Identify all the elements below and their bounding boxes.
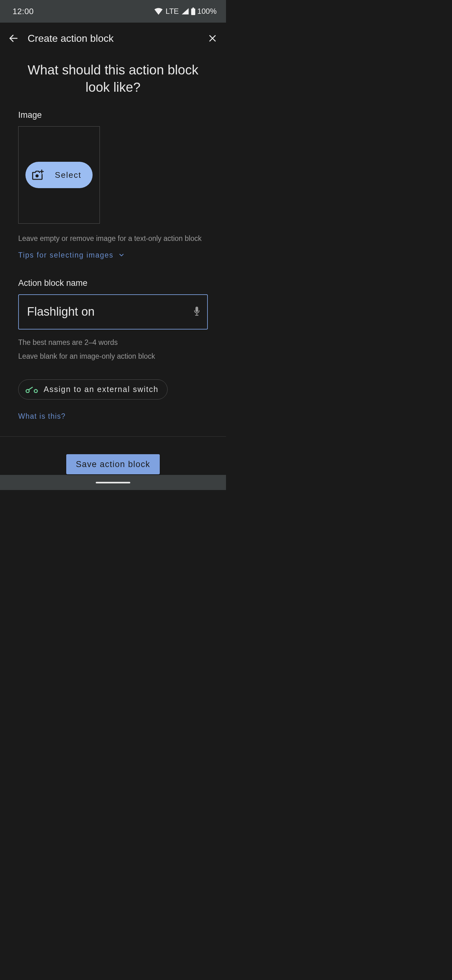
svg-rect-0: [191, 8, 195, 15]
select-image-label: Select: [55, 170, 81, 180]
select-image-button[interactable]: Select: [25, 162, 93, 188]
name-label: Action block name: [18, 278, 208, 288]
page-heading: What should this action block look like?: [18, 62, 208, 96]
battery-percent: 100%: [197, 7, 217, 16]
image-label: Image: [18, 110, 208, 120]
close-button[interactable]: [205, 30, 220, 46]
action-block-name-input[interactable]: [18, 294, 208, 329]
appbar-title: Create action block: [28, 33, 205, 44]
name-hint-1: The best names are 2–4 words: [18, 337, 208, 348]
status-bar: 12:00 LTE 100%: [0, 0, 226, 22]
image-preview-box: Select: [18, 126, 100, 224]
tips-link-label: Tips for selecting images: [18, 251, 114, 259]
mic-button[interactable]: [193, 306, 201, 318]
back-button[interactable]: [6, 30, 21, 46]
wifi-icon: [154, 8, 163, 15]
system-nav-bar: [0, 475, 226, 490]
battery-icon: [191, 8, 195, 15]
name-input-wrap: [18, 294, 208, 329]
name-hint-2: Leave blank for an image-only action blo…: [18, 351, 208, 362]
svg-point-12: [34, 390, 37, 393]
svg-rect-8: [195, 307, 198, 312]
image-hint: Leave empty or remove image for a text-o…: [18, 233, 208, 244]
svg-line-13: [29, 387, 32, 390]
assign-switch-button[interactable]: Assign to an external switch: [18, 379, 168, 399]
footer: Save action block: [0, 454, 226, 474]
svg-rect-1: [192, 8, 194, 9]
arrow-left-icon: [8, 33, 19, 44]
save-action-block-button[interactable]: Save action block: [66, 454, 159, 474]
status-time: 12:00: [13, 6, 34, 16]
camera-add-icon: [32, 169, 44, 181]
chevron-down-icon: [118, 251, 125, 259]
close-icon: [208, 33, 217, 43]
mic-icon: [193, 306, 201, 317]
network-label: LTE: [165, 7, 179, 16]
signal-icon: [181, 8, 189, 15]
tips-link[interactable]: Tips for selecting images: [18, 251, 208, 259]
content-area: What should this action block look like?…: [0, 54, 226, 421]
app-bar: Create action block: [0, 22, 226, 54]
status-indicators: LTE 100%: [154, 7, 217, 16]
what-is-this-link[interactable]: What is this?: [18, 412, 208, 421]
switch-icon: [25, 386, 38, 393]
footer-divider: [0, 436, 226, 437]
nav-handle[interactable]: [96, 482, 130, 484]
assign-switch-label: Assign to an external switch: [44, 385, 159, 394]
svg-point-5: [35, 174, 39, 177]
